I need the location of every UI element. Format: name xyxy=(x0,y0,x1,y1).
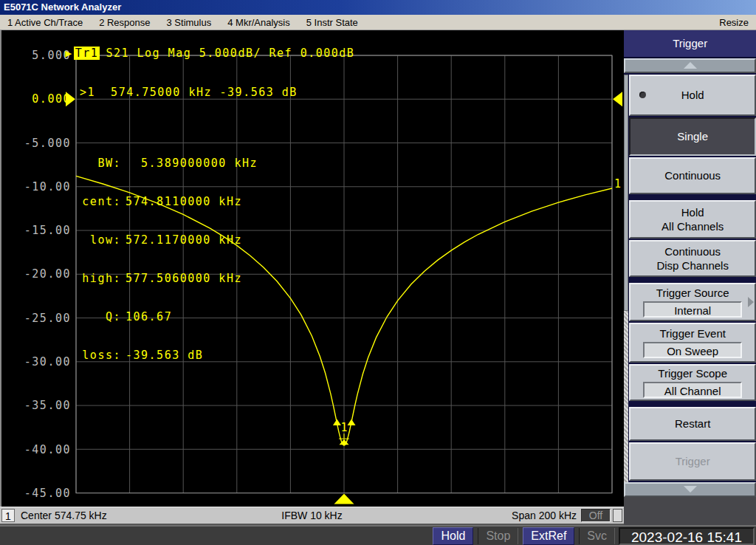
y-axis-label-ref: 0.000 xyxy=(1,92,71,106)
sidebar-footer-extension xyxy=(624,507,756,525)
softkey-separator xyxy=(629,402,756,405)
marker1-number-label: 1 xyxy=(340,421,347,434)
low-label: low: xyxy=(80,234,121,246)
channel-status-bar: 1 Center 574.75 kHz IFBW 10 kHz Span 200… xyxy=(0,507,624,525)
bandwidth-marker-icon xyxy=(333,419,341,426)
y-axis-label: -15.00 xyxy=(1,224,71,237)
loss-value: -39.563 dB xyxy=(126,349,203,362)
sidebar-trigger-menu: Trigger Hold Single Continuous xyxy=(624,30,756,507)
y-axis-label: -5.000 xyxy=(1,137,71,150)
softkey-trigger-event[interactable]: Trigger Event On Sweep xyxy=(629,323,756,363)
bw-label: BW: xyxy=(80,157,121,169)
bw-row: BW: 5.389000000 kHz xyxy=(80,157,298,169)
softkey-list: Hold Single Continuous Hold All Channels… xyxy=(624,75,756,482)
low-value: 572.1170000 kHz xyxy=(126,233,242,247)
softkey-trigger-scope[interactable]: Trigger Scope All Channel xyxy=(629,364,756,401)
softkey-hold-all-channels[interactable]: Hold All Channels xyxy=(629,200,756,239)
sidebar-footer xyxy=(624,497,756,507)
softkey-trigger-disabled[interactable]: Trigger xyxy=(629,442,756,481)
status-svc-indicator: Svc xyxy=(579,528,615,544)
y-axis-label: -45.00 xyxy=(1,487,71,500)
q-row: Q:106.67 xyxy=(80,311,298,323)
datetime-display: 2023-02-16 15:41 xyxy=(619,527,755,545)
ref-level-marker-right-icon xyxy=(613,92,622,106)
y-axis-label: -35.00 xyxy=(1,399,71,412)
trace-format-label: S21 Log Mag 5.000dB/ Ref 0.000dB xyxy=(106,47,354,60)
trigger-event-value: On Sweep xyxy=(643,342,742,358)
arrow-down-icon xyxy=(684,486,697,493)
title-bar: E5071C Network Analyzer xyxy=(0,0,756,15)
bandwidth-marker-icon xyxy=(348,419,356,426)
menu-item-mkr-analysis[interactable]: 4 Mkr/Analysis xyxy=(227,17,290,28)
y-axis-label: -40.00 xyxy=(1,443,71,456)
menu-item-active-ch-trace[interactable]: 1 Active Ch/Trace xyxy=(7,17,83,28)
sweep-indicator-off: Off xyxy=(581,509,611,522)
status-extref-badge: ExtRef xyxy=(523,527,574,545)
softkey-continuous-disp-channels[interactable]: Continuous Disp Channels xyxy=(629,240,756,277)
softkey-separator xyxy=(629,278,756,281)
trigger-scope-value: All Channel xyxy=(643,382,742,398)
softkey-trigger-source[interactable]: Trigger Source Internal xyxy=(629,283,756,321)
high-label: high: xyxy=(80,272,121,284)
loss-row: loss:-39.563 dB xyxy=(80,349,298,361)
y-axis-label: -25.00 xyxy=(1,312,71,325)
softkey-single[interactable]: Single xyxy=(629,117,756,156)
softkey-continuous[interactable]: Continuous xyxy=(629,157,756,194)
menu-item-response[interactable]: 2 Response xyxy=(99,17,150,28)
y-axis-label: -30.00 xyxy=(1,355,71,369)
submenu-arrow-icon xyxy=(748,297,754,307)
menu-item-instr-state[interactable]: 5 Instr State xyxy=(306,17,358,28)
y-axis-label: -10.00 xyxy=(1,180,71,193)
window-title: E5071C Network Analyzer xyxy=(4,1,121,13)
instrument-status-bar: Hold Stop ExtRef Svc 2023-02-16 15:41 xyxy=(0,525,756,545)
softkey-scroll-down-button[interactable] xyxy=(624,482,756,497)
softkey-scrollbar-thumb[interactable] xyxy=(624,75,628,311)
active-trace-arrow-icon: ▶ xyxy=(65,47,73,60)
span-label: Span 200 kHz xyxy=(512,510,577,521)
softkey-scrollbar[interactable] xyxy=(624,75,628,482)
cent-value: 574.8110000 kHz xyxy=(126,195,242,208)
q-label: Q: xyxy=(80,311,121,323)
q-value: 106.67 xyxy=(126,310,172,323)
marker-readout: >1 574.75000 kHz -39.563 dB BW: 5.389000… xyxy=(80,60,298,414)
y-axis-label: -20.00 xyxy=(1,267,71,281)
marker1-readout-line: >1 574.75000 kHz -39.563 dB xyxy=(80,86,298,98)
plot-main-area: 11 ▶Tr1S21 Log Mag 5.000dB/ Ref 0.000dB … xyxy=(0,30,624,507)
cent-label: cent: xyxy=(80,196,121,208)
analyzer-screen: E5071C Network Analyzer 1 Active Ch/Trac… xyxy=(0,0,756,545)
menu-bar: 1 Active Ch/Trace 2 Response 3 Stimulus … xyxy=(0,15,756,30)
softkey-hold[interactable]: Hold xyxy=(629,75,756,116)
loss-label: loss: xyxy=(80,349,121,361)
channel-bar-handle[interactable] xyxy=(613,509,622,522)
status-hold-badge: Hold xyxy=(433,527,473,545)
marker1-stimulus-icon xyxy=(334,494,354,504)
cent-row: cent:574.8110000 kHz xyxy=(80,196,298,208)
trace-number-label: 1 xyxy=(614,177,621,191)
softkey-separator xyxy=(629,196,756,199)
selected-radio-dot-icon xyxy=(639,92,646,98)
high-row: high:577.5060000 kHz xyxy=(80,272,298,284)
trace-name-badge[interactable]: Tr1 xyxy=(74,47,100,60)
status-stop-indicator: Stop xyxy=(478,528,518,544)
menu-item-resize[interactable]: Resize xyxy=(719,17,749,28)
trigger-source-value: Internal xyxy=(643,301,742,318)
arrow-up-icon xyxy=(684,62,697,69)
softkey-scroll-up-button[interactable] xyxy=(624,58,756,73)
high-value: 577.5060000 kHz xyxy=(126,272,242,285)
softkey-restart[interactable]: Restart xyxy=(629,407,756,441)
low-row: low:572.1170000 kHz xyxy=(80,234,298,246)
menu-item-stimulus[interactable]: 3 Stimulus xyxy=(167,17,212,28)
softkey-menu-title: Trigger xyxy=(624,30,756,58)
bw-value: 5.389000000 kHz xyxy=(126,157,258,170)
bandwidth-search-results: BW: 5.389000000 kHz cent:574.8110000 kHz… xyxy=(80,131,298,388)
